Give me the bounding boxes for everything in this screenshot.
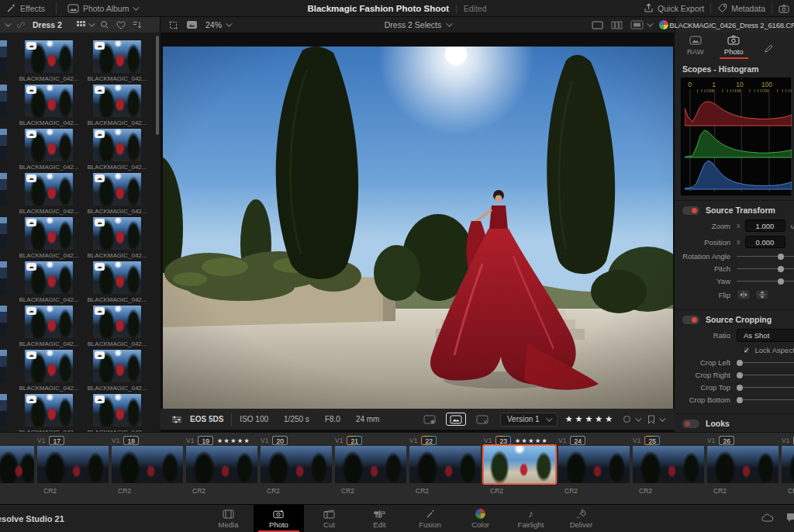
page-edit[interactable]: Edit bbox=[354, 505, 405, 532]
library-thumbnail[interactable]: ☁ BLACKMAGIC_042... bbox=[15, 350, 83, 394]
thumbnail-image[interactable]: ☁ bbox=[25, 173, 73, 206]
clip-thumbnail[interactable] bbox=[261, 446, 332, 483]
link-values-icon[interactable] bbox=[790, 221, 794, 230]
page-photo[interactable]: Photo bbox=[254, 505, 304, 532]
thumbnail-image[interactable]: ☁ bbox=[93, 85, 141, 117]
zoom-value-input[interactable]: 1.000 bbox=[745, 219, 785, 232]
clip-thumbnail[interactable] bbox=[707, 446, 778, 483]
thumbnail-image[interactable]: ☁ bbox=[93, 350, 141, 382]
photo-album-selector[interactable]: Photo Album bbox=[67, 4, 138, 13]
library-thumbnail[interactable]: ☁ BLACKMAGIC_042... bbox=[83, 85, 151, 129]
ratio-selector[interactable]: As Shot bbox=[737, 329, 794, 342]
crop-top-slider[interactable] bbox=[737, 384, 794, 392]
image-keep-button[interactable] bbox=[446, 413, 466, 426]
page-color[interactable]: Color bbox=[455, 505, 506, 532]
library-thumbnail[interactable]: ☁ BLACKMAGIC_042... bbox=[15, 306, 83, 350]
filmstrip-clip[interactable]: V1 17 CR2 bbox=[37, 433, 109, 495]
image-reject-button[interactable] bbox=[472, 413, 492, 426]
pitch-slider[interactable] bbox=[737, 265, 794, 273]
flag-selector[interactable] bbox=[647, 415, 664, 424]
rating-stars[interactable]: ★★★★★ bbox=[565, 414, 615, 424]
flip-vertical-button[interactable] bbox=[755, 289, 769, 300]
page-deliver[interactable]: Deliver bbox=[556, 505, 606, 532]
library-thumbnail[interactable]: ☁ BLACKMAGIC_042... bbox=[15, 394, 83, 432]
clip-thumbnail[interactable] bbox=[37, 446, 109, 483]
thumbnail-image[interactable]: ☁ bbox=[25, 40, 73, 73]
thumbnail-image[interactable]: ☁ bbox=[93, 394, 141, 427]
clip-thumbnail[interactable] bbox=[558, 446, 630, 483]
crop-bottom-slider[interactable] bbox=[737, 396, 794, 404]
library-thumbnail[interactable]: ☁ BLACKMAGIC_042... bbox=[15, 85, 83, 129]
crop-left-slider[interactable] bbox=[737, 359, 794, 367]
cloud-sync-icon[interactable] bbox=[761, 513, 774, 522]
thumbnail-image[interactable]: ☁ bbox=[93, 129, 141, 161]
rotation-angle-slider[interactable] bbox=[737, 253, 794, 261]
library-thumbnail[interactable]: ☁ BLACKMAGIC_042... bbox=[15, 261, 83, 306]
library-thumbnail[interactable]: ☁ BLACKMAGIC_042... bbox=[83, 350, 151, 394]
selects-dropdown[interactable]: Dress 2 Selects bbox=[161, 20, 675, 29]
thumbnail-image[interactable]: ☁ bbox=[25, 394, 73, 427]
library-thumbnail[interactable]: ☁ BLACKMAGIC_042... bbox=[83, 394, 151, 432]
library-thumbnail[interactable]: ☁ BLACKMAGIC_042... bbox=[83, 217, 151, 261]
thumbnail-image[interactable]: ☁ bbox=[25, 306, 73, 338]
thumbnail-image[interactable]: ☁ bbox=[93, 217, 141, 250]
filmstrip-clip[interactable]: V1 27 CR2 bbox=[782, 433, 794, 495]
filmstrip-clip[interactable]: V1 26 CR2 bbox=[707, 433, 778, 495]
filmstrip-clip[interactable]: V1 18 CR2 bbox=[112, 433, 183, 495]
thumbnail-image[interactable]: ☁ bbox=[25, 261, 73, 294]
flip-horizontal-button[interactable] bbox=[737, 289, 751, 300]
metadata-button[interactable]: Metadata bbox=[717, 3, 765, 13]
clip-thumbnail[interactable] bbox=[633, 446, 704, 483]
chat-icon[interactable] bbox=[786, 513, 794, 523]
looks-toggle[interactable] bbox=[682, 420, 699, 428]
quick-export-button[interactable]: Quick Export bbox=[644, 3, 704, 13]
clip-thumbnail[interactable] bbox=[112, 446, 183, 483]
thumbnail-image[interactable]: ☁ bbox=[93, 40, 141, 73]
heart-filter-icon[interactable] bbox=[116, 21, 126, 29]
thumbnail-image[interactable]: ☁ bbox=[25, 129, 73, 161]
library-thumbnail[interactable]: ☁ BLACKMAGIC_042... bbox=[83, 129, 151, 173]
library-thumbnail[interactable]: ☁ BLACKMAGIC_042... bbox=[15, 129, 83, 173]
page-media[interactable]: Media bbox=[203, 505, 254, 532]
camera-panel-button[interactable] bbox=[778, 4, 789, 13]
library-thumbnail[interactable]: ☁ BLACKMAGIC_042... bbox=[15, 173, 83, 217]
library-thumbnail[interactable]: ☁ BLACKMAGIC_042... bbox=[15, 217, 83, 261]
sort-icon[interactable] bbox=[133, 20, 142, 29]
version-selector[interactable]: Version 1 bbox=[500, 413, 558, 427]
grid-view-selector[interactable] bbox=[77, 21, 93, 29]
filmstrip-clip[interactable]: V1 24 CR2 bbox=[558, 433, 630, 495]
filmstrip-clip-cropped[interactable] bbox=[0, 433, 34, 495]
main-photo[interactable] bbox=[163, 47, 673, 409]
thumbnail-image[interactable]: ☁ bbox=[93, 261, 141, 294]
filmstrip-clip[interactable]: V1 21 CR2 bbox=[335, 433, 406, 495]
image-pick-button[interactable] bbox=[419, 413, 440, 426]
library-thumbnail[interactable]: ☁ BLACKMAGIC_042... bbox=[15, 40, 83, 85]
clip-thumbnail[interactable] bbox=[484, 446, 555, 483]
yaw-slider[interactable] bbox=[737, 278, 794, 285]
page-cut[interactable]: Cut bbox=[304, 505, 354, 532]
filmstrip-clip[interactable]: V1 23 ★★★★★ CR2 bbox=[484, 433, 555, 495]
tab-photo[interactable]: Photo bbox=[724, 35, 744, 58]
source-transform-toggle[interactable] bbox=[682, 206, 699, 215]
page-fairlight[interactable]: ♪ Fairlight bbox=[506, 505, 556, 532]
effects-button[interactable]: Effects bbox=[6, 3, 45, 13]
library-scrollbar[interactable] bbox=[156, 36, 159, 135]
page-fusion[interactable]: Fusion bbox=[405, 505, 455, 532]
library-thumbnail[interactable]: ☁ BLACKMAGIC_042... bbox=[83, 306, 151, 350]
crop-right-slider[interactable] bbox=[737, 371, 794, 379]
clip-thumbnail[interactable] bbox=[409, 446, 481, 483]
library-thumbnail[interactable]: ☁ BLACKMAGIC_042... bbox=[83, 173, 151, 217]
filmstrip-clip[interactable]: V1 25 CR2 bbox=[633, 433, 704, 495]
library-thumbnail[interactable]: ☁ BLACKMAGIC_042... bbox=[83, 40, 151, 85]
collection-name[interactable]: Dress 2 bbox=[33, 20, 62, 29]
position-value-input[interactable]: 0.000 bbox=[745, 236, 785, 248]
clip-thumbnail[interactable] bbox=[782, 446, 794, 483]
thumbnail-image[interactable]: ☁ bbox=[25, 350, 73, 382]
link-icon[interactable] bbox=[16, 20, 26, 29]
clip-thumbnail[interactable] bbox=[335, 446, 406, 483]
filmstrip-clip[interactable]: V1 22 CR2 bbox=[409, 433, 481, 495]
thumbnail-image[interactable]: ☁ bbox=[93, 306, 141, 338]
source-cropping-toggle[interactable] bbox=[682, 316, 699, 324]
clip-thumbnail[interactable] bbox=[0, 446, 34, 483]
thumbnail-image[interactable]: ☁ bbox=[25, 217, 73, 250]
